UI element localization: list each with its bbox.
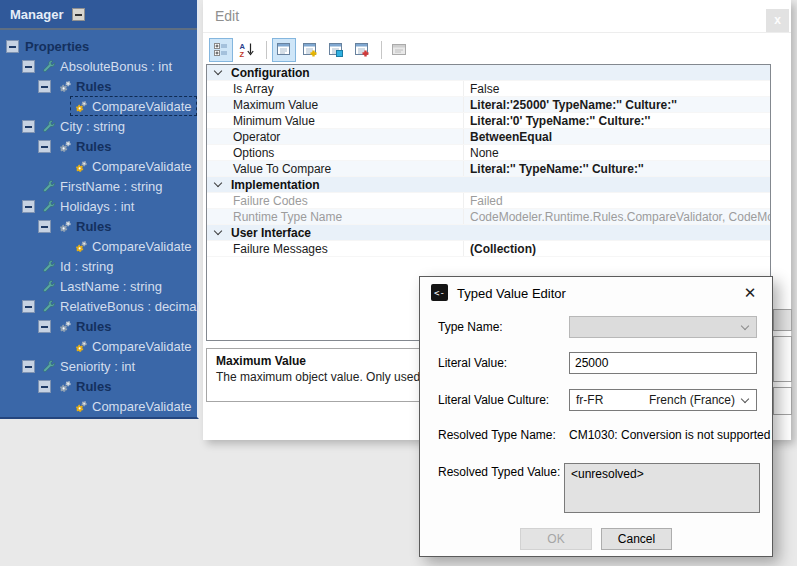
tree-node-rules[interactable]: Rules: [0, 76, 197, 96]
property-row-options[interactable]: OptionsNone: [207, 145, 770, 161]
property-row-is-array[interactable]: Is ArrayFalse: [207, 81, 770, 97]
property-row-operator[interactable]: OperatorBetweenEqual: [207, 129, 770, 145]
property-value[interactable]: Literal:'' TypeName:'' Culture:'': [463, 161, 770, 176]
add-property-button[interactable]: [298, 38, 322, 62]
property-value[interactable]: Literal:'0' TypeName:'' Culture:'': [463, 113, 770, 128]
obscured-control-edge: [773, 387, 792, 415]
tree-node-label: LastName : string: [60, 279, 162, 294]
collapse-toggle-icon[interactable]: [38, 380, 51, 393]
gears-gray-icon: [57, 218, 73, 234]
property-value[interactable]: None: [463, 145, 770, 160]
new-property-button[interactable]: [350, 38, 374, 62]
property-row-value-to-compare[interactable]: Value To CompareLiteral:'' TypeName:'' C…: [207, 161, 770, 177]
chevron-down-icon[interactable]: [214, 228, 223, 237]
tree-node-label: CompareValidate: [92, 399, 191, 414]
type-name-label: Type Name:: [438, 320, 503, 334]
wrench-icon: [41, 278, 57, 294]
property-name: Options: [207, 146, 463, 160]
category-row-configuration[interactable]: Configuration: [207, 65, 770, 81]
tree-node-label: CompareValidate: [92, 239, 191, 254]
property-row-maximum-value[interactable]: Maximum ValueLiteral:'25000' TypeName:''…: [207, 97, 770, 113]
tree-node-label: CompareValidate: [92, 99, 191, 114]
tree-node-rules[interactable]: Rules: [0, 216, 197, 236]
property-value[interactable]: Literal:'25000' TypeName:'' Culture:'': [463, 97, 770, 112]
ok-button: OK: [520, 528, 592, 550]
tree-node-lastname-string[interactable]: LastName : string: [0, 276, 197, 296]
literal-value-culture-label: Literal Value Culture:: [438, 393, 549, 407]
collapse-toggle-icon[interactable]: [38, 220, 51, 233]
collapse-toggle-icon[interactable]: [38, 140, 51, 153]
property-row-minimum-value[interactable]: Minimum ValueLiteral:'0' TypeName:'' Cul…: [207, 113, 770, 129]
tree-node-label: Properties: [25, 39, 89, 54]
chevron-down-icon[interactable]: [214, 68, 223, 77]
tree-node-comparevalidate[interactable]: CompareValidate: [0, 336, 197, 356]
obscured-control-edge: [773, 336, 792, 382]
collapse-toggle-icon[interactable]: [38, 80, 51, 93]
property-value[interactable]: BetweenEqual: [463, 129, 770, 144]
tree-node-holidays-int[interactable]: Holidays : int: [0, 196, 197, 216]
collapse-toggle-icon[interactable]: [38, 320, 51, 333]
tree-node-properties[interactable]: Properties: [0, 36, 197, 56]
property-name: Failure Codes: [207, 194, 463, 208]
collapse-toggle-icon[interactable]: [22, 200, 35, 213]
tree-node-firstname-string[interactable]: FirstName : string: [0, 176, 197, 196]
collapse-toggle-icon[interactable]: [22, 360, 35, 373]
gears-gold-icon: [73, 98, 89, 114]
resolved-typed-value-box: <unresolved>: [564, 463, 760, 513]
gears-gold-icon: [73, 338, 89, 354]
culture-display-name: French (France): [649, 393, 735, 407]
tree-node-comparevalidate[interactable]: CompareValidate: [0, 156, 197, 176]
property-row-failure-codes[interactable]: Failure CodesFailed: [207, 193, 770, 209]
property-value[interactable]: Failed: [463, 193, 770, 208]
category-row-user-interface[interactable]: User Interface: [207, 225, 770, 241]
cancel-button[interactable]: Cancel: [601, 528, 672, 550]
tree-node-label: Rules: [76, 139, 111, 154]
typed-value-editor-dialog: <- Typed Value Editor ✕ Type Name: Liter…: [419, 276, 773, 557]
tree-node-rules[interactable]: Rules: [0, 136, 197, 156]
tree-node-comparevalidate[interactable]: CompareValidate: [0, 96, 197, 116]
tree-body: PropertiesAbsoluteBonus : intRulesCompar…: [0, 30, 197, 416]
collapse-toggle-icon[interactable]: [6, 40, 19, 53]
obscured-control-edge: [773, 309, 792, 331]
property-value[interactable]: False: [463, 81, 770, 96]
collapse-toggle-icon[interactable]: [22, 120, 35, 133]
edit-panel-close-button[interactable]: x: [766, 9, 789, 32]
property-value[interactable]: CodeModeler.Runtime.Rules.CompareValidat…: [463, 209, 770, 224]
gears-gray-icon: [57, 78, 73, 94]
copy-property-button[interactable]: [324, 38, 348, 62]
svg-text:Z: Z: [240, 50, 245, 58]
property-row-runtime-type-name[interactable]: Runtime Type NameCodeModeler.Runtime.Rul…: [207, 209, 770, 225]
tree-node-seniority-int[interactable]: Seniority : int: [0, 356, 197, 376]
property-list-button[interactable]: [272, 38, 296, 62]
collapse-toggle-icon[interactable]: [22, 60, 35, 73]
tree-node-rules[interactable]: Rules: [0, 376, 197, 396]
tree-node-rules[interactable]: Rules: [0, 316, 197, 336]
tree-node-comparevalidate[interactable]: CompareValidate: [0, 396, 197, 416]
collapse-toggle-icon[interactable]: [22, 300, 35, 313]
tree-node-city-string[interactable]: City : string: [0, 116, 197, 136]
categorized-view-button[interactable]: [209, 38, 233, 62]
literal-value-culture-select[interactable]: fr-FR French (France): [569, 389, 757, 411]
property-row-failure-messages[interactable]: Failure Messages(Collection): [207, 241, 770, 257]
resolved-type-name-label: Resolved Type Name:: [438, 428, 556, 442]
property-name: Runtime Type Name: [207, 210, 463, 224]
alphabetical-sort-button[interactable]: AZ: [235, 38, 259, 62]
tree-node-id-string[interactable]: Id : string: [0, 256, 197, 276]
literal-value-input[interactable]: [569, 352, 757, 374]
category-label: Configuration: [231, 66, 310, 80]
tree-node-label: Rules: [76, 319, 111, 334]
tree-panel-title: Manager: [10, 7, 63, 22]
category-row-implementation[interactable]: Implementation: [207, 177, 770, 193]
property-value[interactable]: (Collection): [463, 241, 770, 256]
wrench-icon: [41, 118, 57, 134]
tree-node-comparevalidate[interactable]: CompareValidate: [0, 236, 197, 256]
tree-node-relativebonus-decimal[interactable]: RelativeBonus : decimal: [0, 296, 197, 316]
type-name-select: [569, 316, 757, 338]
tree-node-absolutebonus-int[interactable]: AbsoluteBonus : int: [0, 56, 197, 76]
close-icon[interactable]: ✕: [740, 283, 760, 303]
dialog-title: Typed Value Editor: [457, 286, 566, 301]
culture-code: fr-FR: [576, 393, 603, 407]
edit-panel-title: Edit: [215, 8, 239, 24]
collapse-window-icon[interactable]: [72, 8, 85, 21]
chevron-down-icon[interactable]: [214, 180, 223, 189]
